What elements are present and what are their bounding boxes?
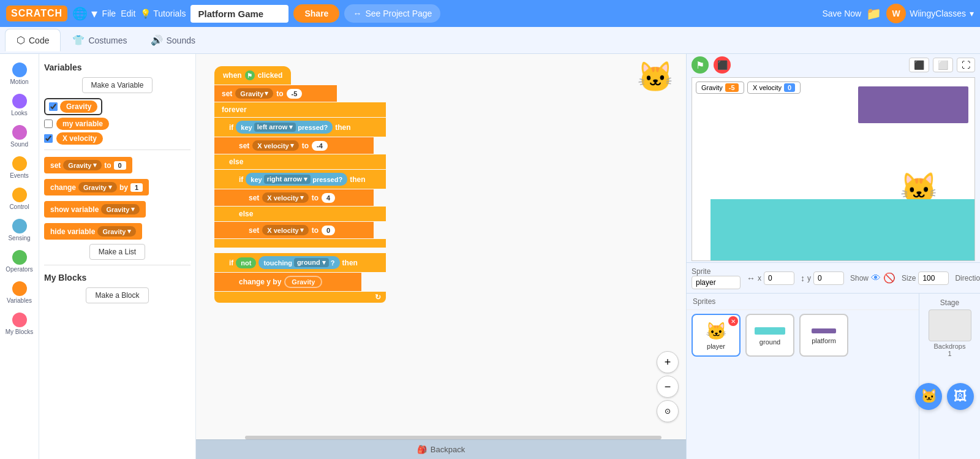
fullscreen-button[interactable]: ⛶ <box>957 58 975 72</box>
green-flag-button[interactable]: ⚑ <box>692 56 709 74</box>
stage-section-label: Stage <box>940 298 959 307</box>
backpack-bar[interactable]: 🎒 Backpack <box>196 439 686 459</box>
tab-code[interactable]: ⬡ Code <box>5 29 61 51</box>
looks-dot <box>12 94 27 108</box>
x-coord-icon: ↔ <box>747 273 755 283</box>
gravity-dropdown-3[interactable]: Gravity ▾ <box>101 204 140 214</box>
sidebar-item-motion[interactable]: Motion <box>2 59 37 89</box>
tab-sounds[interactable]: 🔊 Sounds <box>139 29 207 51</box>
see-project-button[interactable]: ↔ See Project Page <box>344 4 440 23</box>
show-variable-block[interactable]: show variable Gravity ▾ <box>44 199 190 219</box>
gravity-var-dropdown[interactable]: Gravity ▾ <box>235 88 273 99</box>
zoom-controls: + − ⊙ <box>657 351 679 422</box>
xvel-dropdown-1[interactable]: X velocity ▾ <box>252 140 298 151</box>
xvel-val-4[interactable]: 4 <box>322 193 335 203</box>
player-sprite-delete[interactable]: ✕ <box>728 316 738 326</box>
my-variable-checkbox[interactable] <box>44 119 53 128</box>
x-coord-field[interactable] <box>764 271 794 285</box>
left-arrow-dropdown[interactable]: left arrow ▾ <box>254 123 296 132</box>
size-field[interactable] <box>918 271 949 285</box>
gravity-checkbox[interactable] <box>49 102 58 111</box>
xvel-dropdown-2[interactable]: X velocity ▾ <box>262 192 308 203</box>
set-gravity-block[interactable]: set Gravity ▾ to 0 <box>44 155 190 175</box>
x-velocity-checkbox[interactable] <box>44 134 53 143</box>
hide-variable-block[interactable]: hide variable Gravity ▾ <box>44 221 190 241</box>
make-list-button[interactable]: Make a List <box>89 244 145 260</box>
set-block-1[interactable]: set Gravity ▾ to 0 <box>44 157 132 173</box>
sidebar-item-events[interactable]: Events <box>2 153 37 183</box>
code-area: 🐱 when ⚑ clicked set Gravity ▾ to -5 <box>196 54 686 459</box>
file-menu[interactable]: File <box>102 9 116 18</box>
touching-ground-sensing[interactable]: touching ground ▾ ? <box>258 256 339 269</box>
set-val-input[interactable]: 0 <box>114 161 126 170</box>
set-xvel-4-block[interactable]: set X velocity ▾ to 4 <box>214 189 374 206</box>
zoom-fit-button[interactable]: ⊙ <box>657 400 679 422</box>
change-block[interactable]: change Gravity ▾ by 1 <box>44 179 149 195</box>
zoom-out-button[interactable]: − <box>657 376 679 398</box>
hide-button[interactable]: 🚫 <box>883 272 895 284</box>
show-group: Show 👁 🚫 <box>850 272 895 284</box>
ground-sprite-thumb[interactable]: ground <box>745 314 794 357</box>
sprite-name-field[interactable] <box>692 276 741 289</box>
x-velocity-var-row: X velocity <box>44 132 190 145</box>
edit-menu[interactable]: Edit <box>121 9 135 18</box>
control-dot <box>12 188 27 202</box>
gravity-val-display[interactable]: -5 <box>287 89 303 99</box>
change-val-input[interactable]: 1 <box>130 183 143 192</box>
folder-icon[interactable]: 📁 <box>866 6 881 21</box>
right-arrow-dropdown[interactable]: right arrow ▾ <box>264 175 311 184</box>
gravity-dropdown-4[interactable]: Gravity ▾ <box>97 226 136 237</box>
set-xvel-0-block[interactable]: set X velocity ▾ to 0 <box>214 222 374 238</box>
stage-backdrop-thumb[interactable] <box>929 309 971 341</box>
show-variable-btn[interactable]: show variable Gravity ▾ <box>44 201 146 218</box>
small-stage-button[interactable]: ⬛ <box>909 58 929 72</box>
project-name-input[interactable] <box>190 5 288 23</box>
y-coord-field[interactable] <box>813 271 844 285</box>
sidebar-item-looks[interactable]: Looks <box>2 90 37 120</box>
add-backdrop-button[interactable]: 🖼 <box>947 383 974 410</box>
platform-sprite-thumb[interactable]: platform <box>799 314 848 357</box>
gravity-dropdown-2[interactable]: Gravity ▾ <box>78 182 117 192</box>
xvel-val-0[interactable]: 0 <box>322 226 335 235</box>
player-sprite-thumb[interactable]: ✕ 🐱 player <box>692 314 741 357</box>
stop-button[interactable]: ⬛ <box>714 56 731 74</box>
make-block-button[interactable]: Make a Block <box>86 287 148 303</box>
language-button[interactable]: 🌐 ▾ <box>72 6 97 21</box>
gravity-dropdown-1[interactable]: Gravity ▾ <box>63 160 102 170</box>
show-button[interactable]: 👁 <box>871 273 881 284</box>
set-gravity-block-code[interactable]: set Gravity ▾ to -5 <box>214 85 337 102</box>
scratch-logo[interactable]: SCRATCH <box>6 6 67 21</box>
key-right-pressed-sensing[interactable]: key right arrow ▾ pressed? <box>246 173 347 186</box>
ground-dropdown[interactable]: ground ▾ <box>294 258 329 267</box>
sidebar-item-myblocks[interactable]: My Blocks <box>2 309 37 339</box>
change-y-gravity-block[interactable]: change y by Gravity <box>214 273 361 291</box>
sidebar-item-sound[interactable]: Sound <box>2 121 37 151</box>
xvel-dropdown-3[interactable]: X velocity ▾ <box>262 225 308 235</box>
sidebar-item-sensing[interactable]: Sensing <box>2 215 37 245</box>
forever-block[interactable]: forever <box>214 102 386 117</box>
change-gravity-block[interactable]: change Gravity ▾ by 1 <box>44 177 190 197</box>
share-button[interactable]: Share <box>293 4 339 23</box>
large-stage-button[interactable]: ⬜ <box>933 58 953 72</box>
if-not-touching-block[interactable]: if not touching ground ▾ ? then <box>214 253 386 272</box>
save-now-button[interactable]: Save Now <box>822 9 861 18</box>
set-xvel-neg4-block[interactable]: set X velocity ▾ to -4 <box>214 137 374 154</box>
hide-variable-btn[interactable]: hide variable Gravity ▾ <box>44 223 142 240</box>
sidebar-item-variables[interactable]: Variables <box>2 278 37 308</box>
if-right-arrow-block[interactable]: if key right arrow ▾ pressed? then <box>214 170 386 189</box>
xvel-val-neg4[interactable]: -4 <box>312 141 328 151</box>
user-menu[interactable]: W WiingyClasses ▾ <box>886 4 974 23</box>
not-label-display: not <box>236 257 256 268</box>
ground-sprite-label: ground <box>760 338 780 346</box>
add-sprite-button[interactable]: 🐱 <box>915 383 942 410</box>
dropdown-arrow-code: ▾ <box>265 89 268 97</box>
key-pressed-sensing[interactable]: key left arrow ▾ pressed? <box>236 121 333 134</box>
when-flag-hat-block[interactable]: when ⚑ clicked <box>214 66 291 85</box>
sidebar-item-operators[interactable]: Operators <box>2 246 37 276</box>
make-variable-button[interactable]: Make a Variable <box>82 77 153 93</box>
tab-costumes[interactable]: 👕 Costumes <box>61 29 138 51</box>
sidebar-item-control[interactable]: Control <box>2 184 37 214</box>
zoom-in-button[interactable]: + <box>657 351 679 373</box>
tutorials-button[interactable]: 💡 Tutorials <box>140 9 186 18</box>
if-left-arrow-block[interactable]: if key left arrow ▾ pressed? then <box>214 118 386 137</box>
